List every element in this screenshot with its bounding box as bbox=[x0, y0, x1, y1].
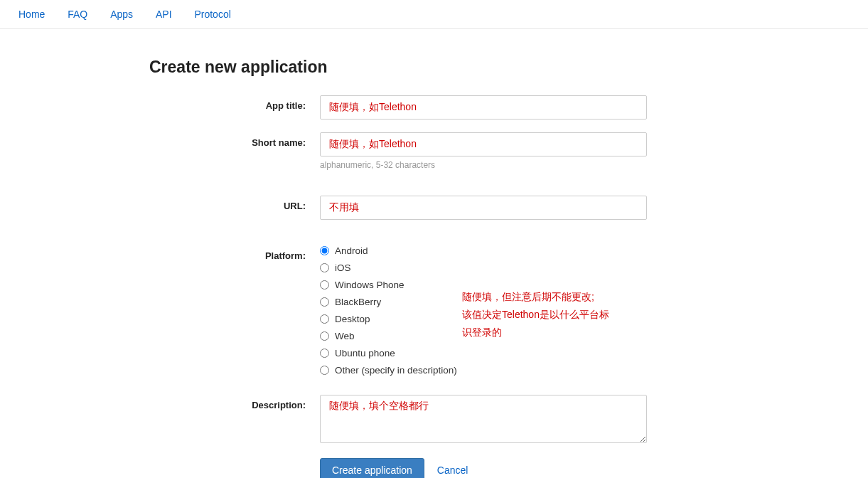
create-application-button[interactable]: Create application bbox=[320, 458, 424, 478]
radio-web[interactable] bbox=[320, 331, 329, 341]
nav-faq[interactable]: FAQ bbox=[58, 6, 97, 23]
radio-ubuntu-phone[interactable] bbox=[320, 349, 329, 358]
radio-android[interactable] bbox=[320, 246, 329, 255]
label-app-title: App title: bbox=[149, 95, 320, 120]
input-app-title[interactable] bbox=[320, 95, 647, 120]
main-container: Create new application App title: Short … bbox=[149, 58, 704, 478]
top-navbar: Home FAQ Apps API Protocol bbox=[0, 0, 868, 29]
radio-label[interactable]: Ubuntu phone bbox=[335, 348, 395, 358]
row-platform: Platform: 随便填，但注意后期不能更改;该值决定Telethon是以什么… bbox=[149, 245, 704, 382]
radio-label[interactable]: Windows Phone bbox=[335, 280, 404, 290]
platform-options: 随便填，但注意后期不能更改;该值决定Telethon是以什么平台标识登录的 An… bbox=[320, 245, 647, 382]
radio-label[interactable]: Web bbox=[335, 331, 355, 341]
radio-blackberry[interactable] bbox=[320, 297, 329, 307]
textarea-description[interactable] bbox=[320, 395, 647, 443]
radio-label[interactable]: Other (specify in description) bbox=[335, 365, 457, 376]
radio-label[interactable]: BlackBerry bbox=[335, 297, 381, 307]
radio-item-ios[interactable]: iOS bbox=[320, 262, 647, 273]
label-url: URL: bbox=[149, 196, 320, 220]
annotation-platform: 随便填，但注意后期不能更改;该值决定Telethon是以什么平台标识登录的 bbox=[462, 288, 618, 342]
radio-item-ubuntu-phone[interactable]: Ubuntu phone bbox=[320, 348, 647, 358]
radio-other-specify-in-description-[interactable] bbox=[320, 366, 329, 375]
row-url: URL: bbox=[149, 196, 704, 220]
button-row: Create application Cancel bbox=[320, 458, 704, 478]
nav-api[interactable]: API bbox=[146, 6, 182, 23]
radio-windows-phone[interactable] bbox=[320, 280, 329, 290]
help-short-name: alphanumeric, 5-32 characters bbox=[320, 160, 647, 170]
radio-label[interactable]: Android bbox=[335, 245, 368, 256]
radio-label[interactable]: iOS bbox=[335, 262, 351, 273]
radio-label[interactable]: Desktop bbox=[335, 314, 370, 324]
row-description: Description: bbox=[149, 395, 704, 445]
radio-item-other-specify-in-description-[interactable]: Other (specify in description) bbox=[320, 365, 647, 376]
radio-ios[interactable] bbox=[320, 263, 329, 272]
nav-apps[interactable]: Apps bbox=[100, 6, 143, 23]
row-app-title: App title: bbox=[149, 95, 704, 120]
label-short-name: Short name: bbox=[149, 132, 320, 170]
input-url[interactable] bbox=[320, 196, 647, 220]
cancel-button[interactable]: Cancel bbox=[437, 464, 468, 476]
nav-protocol[interactable]: Protocol bbox=[184, 6, 240, 23]
input-short-name[interactable] bbox=[320, 132, 647, 156]
nav-home[interactable]: Home bbox=[9, 6, 55, 23]
page-title: Create new application bbox=[149, 58, 704, 77]
radio-item-android[interactable]: Android bbox=[320, 245, 647, 256]
row-short-name: Short name: alphanumeric, 5-32 character… bbox=[149, 132, 704, 170]
label-platform: Platform: bbox=[149, 245, 320, 382]
radio-desktop[interactable] bbox=[320, 314, 329, 324]
label-description: Description: bbox=[149, 395, 320, 445]
